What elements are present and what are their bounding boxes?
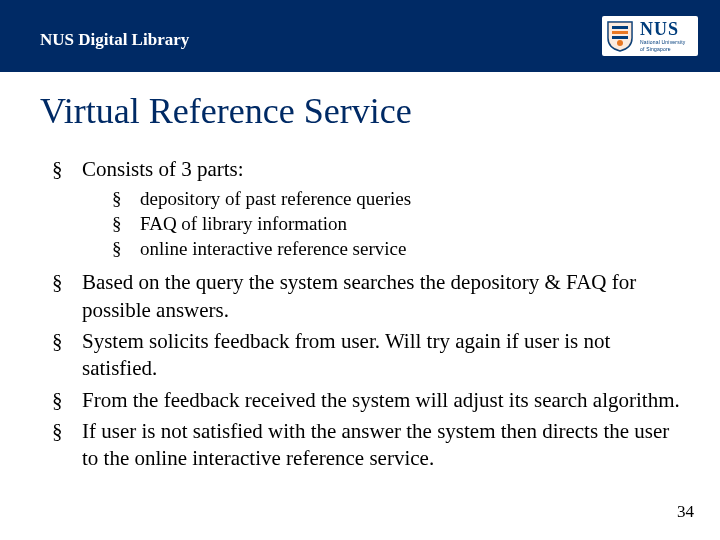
list-item: FAQ of library information — [112, 212, 688, 237]
nus-logo: NUS National University of Singapore — [602, 16, 698, 56]
bullet-list: Consists of 3 parts: depository of past … — [40, 156, 688, 472]
svg-point-3 — [617, 40, 623, 46]
header-title: NUS Digital Library — [40, 30, 189, 50]
logo-sub-text-1: National University — [640, 40, 685, 45]
list-item: If user is not satisfied with the answer… — [52, 418, 688, 473]
list-item: System solicits feedback from user. Will… — [52, 328, 688, 383]
bullet-text: Consists of 3 parts: — [82, 157, 244, 181]
logo-sub-text-2: of Singapore — [640, 47, 685, 52]
list-item: depository of past reference queries — [112, 187, 688, 212]
slide-title: Virtual Reference Service — [40, 90, 688, 132]
page-number: 34 — [677, 502, 694, 522]
list-item: From the feedback received the system wi… — [52, 387, 688, 414]
logo-main-text: NUS — [640, 20, 685, 38]
header-bar: NUS Digital Library NUS National Univers… — [0, 0, 720, 72]
svg-rect-2 — [612, 36, 628, 39]
sub-bullet-list: depository of past reference queries FAQ… — [82, 187, 688, 261]
svg-rect-0 — [612, 26, 628, 29]
list-item: Based on the query the system searches t… — [52, 269, 688, 324]
svg-rect-1 — [612, 31, 628, 34]
list-item: Consists of 3 parts: depository of past … — [52, 156, 688, 261]
list-item: online interactive reference service — [112, 237, 688, 262]
slide-content: Virtual Reference Service Consists of 3 … — [0, 72, 720, 472]
crest-icon — [606, 20, 634, 52]
